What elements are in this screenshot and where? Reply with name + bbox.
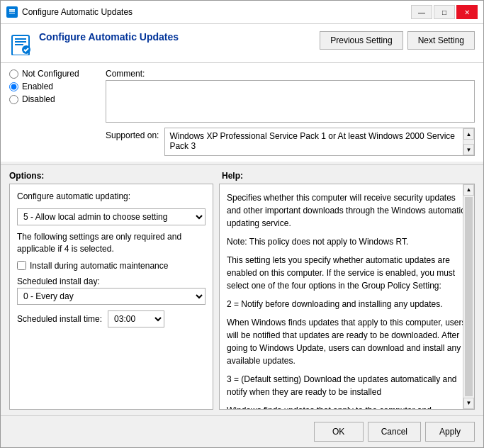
svg-rect-6 bbox=[15, 41, 26, 43]
maximize-button[interactable]: □ bbox=[434, 5, 455, 19]
window-icon bbox=[6, 6, 18, 18]
apply-button[interactable]: Apply bbox=[425, 422, 475, 442]
disabled-radio[interactable] bbox=[9, 95, 18, 104]
window-controls: — □ ✕ bbox=[411, 5, 478, 19]
maintenance-label: Install during automatic maintenance bbox=[30, 261, 168, 271]
scheduled-day-label: Scheduled install day: bbox=[17, 276, 206, 286]
cancel-button[interactable]: Cancel bbox=[368, 422, 421, 442]
radio-group: Not Configured Enabled Disabled bbox=[9, 69, 94, 156]
svg-rect-7 bbox=[15, 44, 23, 45]
help-para-1: Specifies whether this computer will rec… bbox=[227, 191, 467, 230]
scheduled-day-field: Scheduled install day: 0 - Every day 1 -… bbox=[17, 276, 206, 305]
svg-rect-5 bbox=[15, 38, 26, 40]
help-scroll-down[interactable]: ▼ bbox=[463, 398, 474, 409]
close-button[interactable]: ✕ bbox=[456, 5, 478, 19]
help-scrollbar[interactable]: ▲ ▼ bbox=[463, 184, 474, 409]
previous-setting-button[interactable]: Previous Setting bbox=[320, 31, 403, 50]
maintenance-checkbox[interactable] bbox=[17, 261, 26, 270]
svg-rect-3 bbox=[9, 13, 15, 13]
supported-scrollbar[interactable]: ▲ ▼ bbox=[463, 128, 474, 155]
not-configured-label: Not Configured bbox=[22, 69, 79, 79]
help-para-2: Note: This policy does not apply to Wind… bbox=[227, 235, 467, 248]
title-bar: Configure Automatic Updates — □ ✕ bbox=[1, 1, 483, 24]
svg-rect-2 bbox=[9, 11, 15, 12]
svg-rect-1 bbox=[9, 9, 15, 11]
options-header: Options: bbox=[9, 171, 222, 181]
left-pane: Configure automatic updating: 5 - Allow … bbox=[9, 184, 213, 410]
configure-dropdown[interactable]: 5 - Allow local admin to choose setting … bbox=[17, 208, 206, 225]
supported-value: Windows XP Professional Service Pack 1 o… bbox=[169, 131, 455, 151]
comment-area: Comment: Supported on: Windows XP Profes… bbox=[106, 69, 475, 156]
help-para-7: Windows finds updates that apply to the … bbox=[227, 404, 467, 410]
divider-1 bbox=[1, 164, 483, 165]
ok-button[interactable]: OK bbox=[314, 422, 364, 442]
help-scroll-up[interactable]: ▲ bbox=[463, 184, 474, 196]
next-setting-button[interactable]: Next Setting bbox=[407, 31, 475, 50]
disabled-radio-label[interactable]: Disabled bbox=[9, 94, 94, 104]
disabled-label: Disabled bbox=[22, 94, 55, 104]
two-pane-body: Configure automatic updating: 5 - Allow … bbox=[1, 184, 483, 415]
scheduled-time-dropdown[interactable]: 03:00 00:00 01:00 02:00 04:00 bbox=[108, 310, 164, 327]
scroll-up-btn[interactable]: ▲ bbox=[463, 128, 474, 140]
scroll-down-btn[interactable]: ▼ bbox=[463, 144, 474, 155]
info-text: The following settings are only required… bbox=[17, 231, 206, 255]
right-pane: Specifies whether this computer will rec… bbox=[219, 184, 475, 410]
comment-textarea[interactable] bbox=[106, 80, 475, 123]
supported-label: Supported on: bbox=[106, 130, 159, 140]
help-header: Help: bbox=[222, 171, 475, 181]
scheduled-day-dropdown[interactable]: 0 - Every day 1 - Sunday 2 - Monday 3 - … bbox=[17, 288, 206, 305]
header-buttons: Previous Setting Next Setting bbox=[320, 31, 475, 50]
header-section: Configure Automatic Updates Previous Set… bbox=[1, 24, 483, 63]
pane-headers: Options: Help: bbox=[1, 168, 483, 184]
scheduled-time-label: Scheduled install time: bbox=[17, 314, 102, 324]
header-title: Configure Automatic Updates bbox=[39, 31, 313, 43]
enabled-radio[interactable] bbox=[9, 82, 18, 91]
enabled-radio-label[interactable]: Enabled bbox=[9, 82, 94, 91]
help-para-4: 2 = Notify before downloading and instal… bbox=[227, 298, 467, 310]
comment-label: Comment: bbox=[106, 69, 475, 79]
window-title: Configure Automatic Updates bbox=[22, 7, 407, 17]
not-configured-radio-label[interactable]: Not Configured bbox=[9, 69, 94, 79]
enabled-label: Enabled bbox=[22, 82, 53, 91]
config-section: Not Configured Enabled Disabled Comment:… bbox=[1, 63, 483, 162]
help-para-3: This setting lets you specify whether au… bbox=[227, 254, 467, 292]
supported-value-box: Windows XP Professional Service Pack 1 o… bbox=[164, 128, 475, 156]
help-para-6: 3 = (Default setting) Download the updat… bbox=[227, 373, 467, 398]
bottom-bar: OK Cancel Apply bbox=[1, 415, 483, 447]
maintenance-checkbox-label[interactable]: Install during automatic maintenance bbox=[17, 261, 206, 271]
policy-icon bbox=[9, 33, 32, 55]
not-configured-radio[interactable] bbox=[9, 69, 18, 79]
minimize-button[interactable]: — bbox=[411, 5, 432, 19]
scheduled-time-row: Scheduled install time: 03:00 00:00 01:0… bbox=[17, 310, 206, 327]
main-window: Configure Automatic Updates — □ ✕ Config… bbox=[0, 0, 484, 448]
configure-label: Configure automatic updating: bbox=[17, 191, 206, 201]
help-para-5: When Windows finds updates that apply to… bbox=[227, 316, 467, 367]
supported-row: Supported on: Windows XP Professional Se… bbox=[106, 128, 475, 156]
